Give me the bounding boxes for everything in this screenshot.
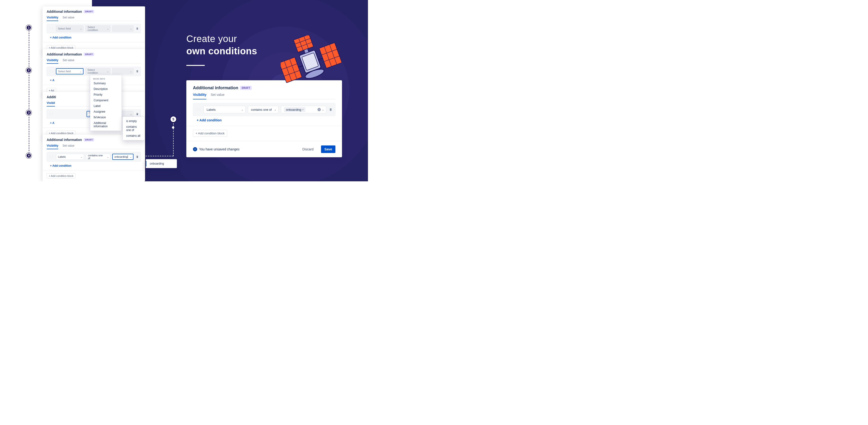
draft-badge: DRAFT [84, 138, 94, 141]
field-select[interactable]: Select field ⌄ [56, 26, 84, 32]
draft-badge: DRAFT [240, 86, 252, 90]
heading-underline [186, 65, 205, 66]
tab-set-value[interactable]: Set value [63, 59, 74, 63]
field-option[interactable]: Summary [90, 81, 121, 86]
field-select[interactable]: Select field ⌄ [56, 68, 84, 74]
field-option[interactable]: Component [90, 97, 121, 103]
field-option[interactable]: Label [90, 103, 121, 109]
tab-visibility[interactable]: Visibility [47, 59, 58, 64]
card-step-1: Additional information DRAFT Visibility … [42, 6, 145, 53]
tab-visibility[interactable]: Visibility [47, 16, 58, 21]
value-select[interactable]: ⌄ [112, 68, 133, 74]
heading-line2: own conditions [186, 46, 257, 56]
trash-icon[interactable] [329, 108, 332, 111]
drag-handle-icon[interactable]: ⋮⋮ [196, 109, 201, 110]
value-select[interactable]: onboarding × × ⌄ [281, 106, 326, 113]
condition-option[interactable]: contains one of [123, 124, 145, 133]
drag-handle-icon[interactable]: ⋮⋮ [49, 28, 54, 29]
trash-icon[interactable] [136, 27, 139, 30]
value-typed: onboarding [115, 155, 127, 158]
add-condition-link[interactable]: + Add condition [50, 36, 71, 39]
chip-remove-icon[interactable]: × [302, 108, 304, 111]
suggestion-option[interactable]: onboarding [146, 161, 177, 166]
tab-visibility[interactable]: Visibility [193, 93, 206, 100]
condition-placeholder: Select condition [88, 26, 105, 31]
field-select[interactable]: Labels ⌄ [204, 106, 246, 113]
trash-icon[interactable] [136, 69, 139, 73]
card-title: Additional information [47, 10, 82, 13]
svg-line-19 [299, 66, 303, 67]
draft-badge: DRAFT [84, 10, 94, 13]
field-placeholder: Select field [58, 27, 71, 30]
condition-select[interactable]: contains one of ⌄ [86, 154, 111, 160]
chevron-down-icon: ⌄ [130, 70, 132, 73]
chevron-down-icon: ⌄ [107, 70, 109, 73]
unsaved-text: You have unsaved changes [199, 147, 240, 151]
trash-icon[interactable] [136, 155, 139, 159]
info-icon: i [193, 147, 197, 151]
chevron-down-icon: ⌄ [80, 27, 82, 30]
condition-row: ⋮⋮ Select field ⌄ Select condition ⌄ ⌄ [47, 24, 141, 33]
trash-icon[interactable] [136, 112, 139, 116]
tab-visibility[interactable]: Visibility [47, 144, 58, 149]
card-step-4: Additional information DRAFT Visibility … [42, 135, 145, 181]
condition-row: ⋮⋮ Labels ⌄ contains one of ⌄ onboarding… [193, 103, 335, 116]
step-badge-2: 2 [26, 67, 32, 73]
condition-option[interactable]: is empty [123, 118, 145, 124]
drag-handle-icon[interactable]: ⋮⋮ [49, 70, 54, 72]
condition-option[interactable]: contains all [123, 133, 145, 139]
value-select[interactable]: ⌄ [112, 26, 133, 32]
svg-rect-2 [293, 35, 313, 52]
clear-icon[interactable]: × [317, 108, 321, 111]
tab-set-value[interactable]: Set value [63, 144, 74, 149]
field-option[interactable]: Priority [90, 92, 121, 97]
tab-set-value[interactable]: Set value [211, 93, 224, 99]
chip-label: onboarding [286, 108, 301, 111]
dropdown-group-label: MAIN INFO [90, 77, 121, 81]
page-heading: Create your own conditions [186, 33, 257, 57]
card-title: Additional information [47, 138, 82, 142]
field-value: Labels [58, 155, 66, 158]
add-condition-link[interactable]: + Add condition [50, 164, 71, 167]
svg-line-20 [318, 58, 323, 60]
condition-select[interactable]: Select condition ⌄ [85, 26, 111, 32]
chevron-down-icon: ⌄ [322, 108, 324, 111]
save-button[interactable]: Save [321, 145, 335, 153]
field-option[interactable]: fixVersion [90, 115, 121, 120]
field-option[interactable]: Additional information [90, 120, 121, 129]
add-condition-block-button[interactable]: + Add condition block [193, 130, 227, 137]
step-connector-vertical [29, 30, 29, 153]
draft-badge: DRAFT [84, 53, 94, 56]
chevron-down-icon: ⌄ [107, 27, 109, 30]
field-option[interactable]: Assignee [90, 109, 121, 115]
add-condition-block-button[interactable]: + Add condition block [47, 173, 75, 178]
chevron-down-icon: ⌄ [274, 108, 276, 111]
drag-handle-icon[interactable]: ⋮⋮ [49, 156, 54, 158]
chevron-down-icon: ⌄ [107, 155, 109, 158]
condition-select[interactable]: Select condition ⌄ [85, 68, 111, 74]
condition-select[interactable]: contains one of ⌄ [248, 106, 279, 113]
discard-button[interactable]: Discard [299, 145, 317, 153]
card-title: Additional information [47, 52, 82, 56]
step-badge-1: 1 [26, 25, 32, 30]
field-option[interactable]: Description [90, 86, 121, 92]
tab-visibility[interactable]: Visibil [47, 101, 55, 107]
field-select[interactable]: Labels ⌄ [56, 154, 84, 160]
chevron-down-icon: ⌄ [80, 70, 82, 73]
drag-handle-icon[interactable]: ⋮⋮ [49, 113, 54, 115]
connector-dot [172, 126, 174, 129]
value-input[interactable]: onboarding ⌄ [112, 154, 133, 160]
svg-rect-1 [319, 43, 342, 68]
svg-rect-0 [281, 57, 302, 83]
add-condition-link[interactable]: + Add condition [197, 118, 222, 122]
card-title: Additional information [193, 85, 238, 90]
chevron-down-icon: ⌄ [81, 155, 82, 158]
tab-set-value[interactable]: Set value [63, 16, 74, 21]
field-dropdown: MAIN INFO SummaryDescriptionPriorityComp… [90, 75, 122, 131]
step-badge-4: 4 [26, 153, 32, 159]
add-condition-link[interactable]: + A [50, 79, 55, 82]
step-badge-5: 5 [170, 116, 177, 123]
add-condition-link[interactable]: + A [50, 121, 55, 125]
value-suggestion-dropdown: onboarding [146, 159, 177, 168]
field-value: Labels [207, 108, 216, 111]
